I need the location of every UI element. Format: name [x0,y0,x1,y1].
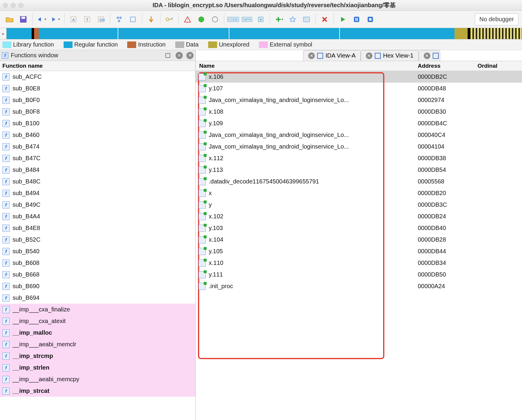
run-button[interactable] [337,13,349,25]
export-row[interactable]: x.1040000DB28 [196,234,522,245]
svg-point-20 [305,18,306,19]
export-row[interactable]: Java_com_ximalaya_ting_android_loginserv… [196,94,522,106]
export-row[interactable]: x.1060000DB2C [196,71,522,83]
svg-text:!: ! [187,18,188,22]
function-row[interactable]: fsub_B494 [0,187,195,199]
add-green-button[interactable]: ▾ [273,13,285,25]
export-row[interactable]: y.1030000DB40 [196,222,522,234]
legend-label: Instruction [138,41,165,48]
function-row[interactable]: fsub_B608 [0,257,195,269]
export-row[interactable]: Java_com_ximalaya_ting_android_loginserv… [196,129,522,141]
save-button[interactable] [17,13,29,25]
pause-button[interactable] [351,13,363,25]
function-row[interactable]: fsub_B52C [0,234,195,245]
function-icon: f [2,353,10,360]
minimize-window-icon[interactable] [11,3,16,8]
function-row[interactable]: fsub_B0F8 [0,106,195,118]
star-button[interactable] [287,13,299,25]
segment-t-button[interactable]: T [81,13,93,25]
view-tab[interactable]: ✕IDA View-A [303,50,361,61]
close-window-icon[interactable] [3,3,8,8]
functions-list[interactable]: fsub_ACFCfsub_B0E8fsub_B0F0fsub_B0F8fsub… [0,71,195,420]
export-row[interactable]: x.1100000DB34 [196,257,522,269]
segment-n-button[interactable]: 101 [95,13,107,25]
function-row[interactable]: fsub_B4A4 [0,211,195,222]
export-row[interactable]: y.1050000DB44 [196,245,522,257]
col-name[interactable]: Name [196,63,418,69]
view-tab[interactable]: ✕Hex View-1 [361,50,419,61]
export-icon [199,201,206,209]
close-tab-button[interactable]: ✕ [366,52,372,59]
legend-label: Library function [13,41,54,48]
open-button[interactable] [4,13,16,25]
segment-a-button[interactable]: A [67,13,79,25]
close-tab-button[interactable]: ✕ [424,52,430,59]
function-row[interactable]: fsub_B0F0 [0,94,195,106]
export-row[interactable]: y.1070000DB48 [196,83,522,94]
insert-button[interactable]: + [255,13,267,25]
export-row[interactable]: x.1020000DB24 [196,211,522,222]
export-row[interactable]: y0000DB3C [196,199,522,211]
function-row[interactable]: f__imp___aeabi_memclr [0,339,195,350]
export-row[interactable]: y.1090000DB4C [196,118,522,129]
function-row[interactable]: fsub_B4E8 [0,222,195,234]
close-panel-button[interactable]: ✕ [186,52,194,59]
dock-icon[interactable] [165,53,170,58]
col-ordinal[interactable]: Ordinal [478,63,522,69]
export-row[interactable]: x.1120000DB38 [196,152,522,164]
back-button[interactable]: ▾ [36,13,47,25]
stop-button[interactable] [364,13,376,25]
function-row[interactable]: fsub_B48C [0,176,195,187]
key-button[interactable] [163,13,175,25]
export-row[interactable]: .init_proc00000A24 [196,280,522,292]
function-row[interactable]: fsub_B690 [0,280,195,292]
down-button[interactable] [145,13,157,25]
function-row[interactable]: fsub_B0E8 [0,83,195,94]
record-button[interactable] [195,13,207,25]
picture-button[interactable] [300,13,312,25]
view-tab[interactable]: ✕ [419,50,440,61]
function-row[interactable]: fsub_B100 [0,118,195,129]
function-row[interactable]: fsub_B668 [0,269,195,280]
functions-column-header[interactable]: Function name [0,61,195,71]
stop-record-button[interactable] [209,13,221,25]
delete-button[interactable] [319,13,331,25]
debugger-select[interactable]: No debugger [475,13,518,25]
function-row[interactable]: f__imp___aeabi_memcpy [0,373,195,385]
function-row[interactable]: f__imp___cxa_finalize [0,304,195,315]
function-row[interactable]: f__imp_malloc [0,327,195,339]
export-address: 0000DB50 [418,271,478,278]
function-row[interactable]: f__imp___cxa_atexit [0,315,195,327]
caret-icon[interactable]: ▸ [2,32,4,36]
menu-button[interactable]: ≡ [176,52,183,59]
function-row[interactable]: fsub_B694 [0,292,195,304]
box-button[interactable] [127,13,139,25]
graph-button[interactable] [113,13,125,25]
zoom-window-icon[interactable] [19,3,23,8]
function-row[interactable]: fsub_B460 [0,129,195,141]
navigation-band[interactable]: ▸ [0,28,522,39]
export-row[interactable]: x0000DB20 [196,187,522,199]
data-button[interactable]: DATA [241,13,253,25]
forward-button[interactable]: ▾ [49,13,61,25]
code-button[interactable]: CODE [227,13,239,25]
functions-panel-title: Functions window [11,52,163,59]
function-row[interactable]: fsub_B474 [0,141,195,152]
function-row[interactable]: f__imp_strcmp [0,350,195,362]
exports-table-body[interactable]: x.1060000DB2Cy.1070000DB48Java_com_ximal… [196,71,522,420]
warn-button[interactable]: ! [182,13,194,25]
function-row[interactable]: f__imp_strcat [0,385,195,397]
col-address[interactable]: Address [418,63,478,69]
export-row[interactable]: Java_com_ximalaya_ting_android_loginserv… [196,141,522,152]
function-row[interactable]: f__imp_strlen [0,362,195,373]
export-row[interactable]: .datadiv_decode1167545004639965579100005… [196,176,522,187]
function-row[interactable]: fsub_B49C [0,199,195,211]
function-row[interactable]: fsub_ACFC [0,71,195,83]
export-row[interactable]: y.1110000DB50 [196,269,522,280]
export-row[interactable]: x.1080000DB30 [196,106,522,118]
export-row[interactable]: y.1130000DB54 [196,164,522,176]
function-row[interactable]: fsub_B540 [0,245,195,257]
close-tab-button[interactable]: ✕ [308,52,315,59]
function-row[interactable]: fsub_B47C [0,152,195,164]
function-row[interactable]: fsub_B484 [0,164,195,176]
